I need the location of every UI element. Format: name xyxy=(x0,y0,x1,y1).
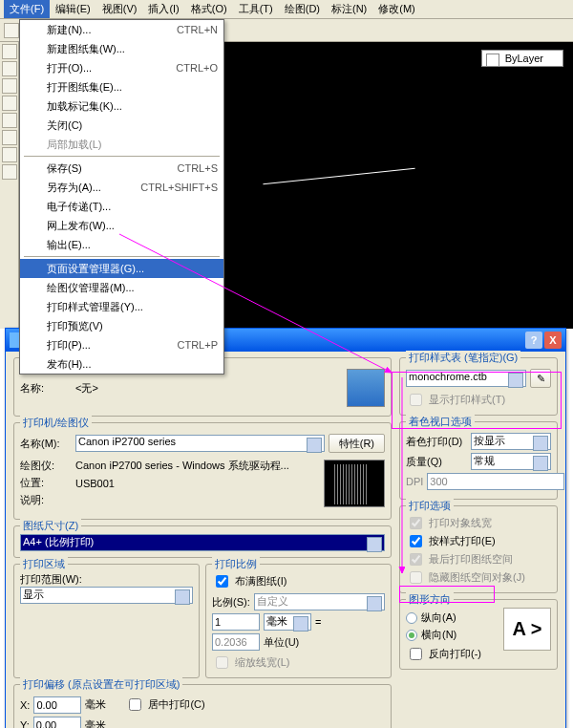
lt-2[interactable] xyxy=(2,61,17,76)
menu-item[interactable]: 打印样式管理器(Y)... xyxy=(20,297,223,316)
group-printer-title: 打印机/绘图仪 xyxy=(20,416,92,430)
shade-label: 着色打印(D) xyxy=(406,435,467,449)
lt-8[interactable] xyxy=(2,164,17,180)
printer-select[interactable]: Canon iP2700 series xyxy=(75,435,325,452)
lt-5[interactable] xyxy=(2,113,17,128)
style-edit-button[interactable]: ✎ xyxy=(530,369,551,388)
left-toolbar xyxy=(0,42,19,329)
desc-label: 说明: xyxy=(20,493,72,507)
menu-3[interactable]: 插入(I) xyxy=(142,0,184,18)
dpi-label: DPI xyxy=(406,476,423,487)
plotter-icon xyxy=(26,280,43,295)
name-value: <无> xyxy=(75,381,343,396)
blank-icon xyxy=(26,237,43,252)
menu-item[interactable]: 页面设置管理器(G)... xyxy=(20,259,223,278)
group-paper: 图纸尺寸(Z) A4+ (比例打印) xyxy=(13,525,392,558)
menu-item[interactable]: 绘图仪管理器(M)... xyxy=(20,278,223,297)
center-label: 居中打印(C) xyxy=(148,697,204,712)
group-area: 打印区域 打印范围(W): 显示 xyxy=(13,564,200,678)
y-input[interactable] xyxy=(33,717,81,728)
menu-item[interactable]: 打开(O)...CTRL+O xyxy=(20,58,223,77)
help-button[interactable]: ? xyxy=(525,332,542,349)
opt3-checkbox xyxy=(410,553,422,566)
quality-label: 质量(Q) xyxy=(406,455,467,469)
lt-1[interactable] xyxy=(2,44,17,59)
menu-8[interactable]: 修改(M) xyxy=(372,0,421,18)
x-label: X: xyxy=(20,699,30,711)
unit-select[interactable]: 毫米 xyxy=(264,613,311,631)
drawing-line xyxy=(263,168,414,185)
menu-item[interactable]: 电子传递(T)... xyxy=(20,197,223,216)
lineweight-checkbox xyxy=(216,656,228,669)
paper-preview xyxy=(324,460,385,507)
group-scale: 打印比例 布满图纸(I) 比例(S):自定义 毫米= 单位(U) 缩放线宽(L) xyxy=(205,564,392,678)
portrait-radio[interactable] xyxy=(406,612,417,624)
group-opts-title: 打印选项 xyxy=(406,499,454,513)
lt-3[interactable] xyxy=(2,78,17,94)
menu-item[interactable]: 打印预览(V) xyxy=(20,316,223,335)
group-printer: 打印机/绘图仪 名称(M): Canon iP2700 series 特性(R)… xyxy=(13,422,392,520)
menu-1[interactable]: 编辑(E) xyxy=(50,0,96,18)
scale-num[interactable] xyxy=(212,613,260,631)
menu-item[interactable]: 输出(E)... xyxy=(20,235,223,254)
plotter-value: Canon iP2700 series - Windows 系统驱动程... xyxy=(75,459,289,473)
menu-0[interactable]: 文件(F) xyxy=(4,0,50,18)
menu-item[interactable]: 发布(H)... xyxy=(20,354,223,374)
location-label: 位置: xyxy=(20,476,72,490)
menu-7[interactable]: 标注(N) xyxy=(326,0,372,18)
new-icon xyxy=(26,41,43,56)
menu-item[interactable]: 新建(N)...CTRL+N xyxy=(20,20,223,39)
opt4-checkbox xyxy=(410,571,422,584)
group-shaded-title: 着色视口选项 xyxy=(406,415,475,429)
menu-5[interactable]: 工具(T) xyxy=(233,0,279,18)
units-input[interactable] xyxy=(212,633,260,651)
opt2-checkbox[interactable] xyxy=(410,535,422,547)
center-checkbox[interactable] xyxy=(129,698,141,711)
group-options: 打印选项 打印对象线宽 按样式打印(E) 最后打印图纸空间 隐藏图纸空间对象(J… xyxy=(399,505,558,593)
landscape-radio[interactable] xyxy=(406,630,417,641)
menu-item[interactable]: 关闭(C) xyxy=(20,116,223,135)
quality-select[interactable]: 常规 xyxy=(471,453,551,470)
tb-new[interactable] xyxy=(4,23,19,38)
lt-4[interactable] xyxy=(2,96,17,111)
units-label: 单位(U) xyxy=(264,635,299,650)
menu-4[interactable]: 格式(O) xyxy=(185,0,233,18)
menu-item[interactable]: 另存为(A)...CTRL+SHIFT+S xyxy=(20,178,223,197)
menu-6[interactable]: 绘图(D) xyxy=(279,0,326,18)
preview-icon xyxy=(26,318,43,333)
fit-checkbox[interactable] xyxy=(216,575,228,588)
menu-2[interactable]: 视图(V) xyxy=(96,0,143,18)
group-offset-title: 打印偏移 (原点设置在可打印区域) xyxy=(20,677,182,692)
page-setup-dialog: 页面设置 - 模型 ? X 页面设置 名称: <无> 打印机/绘图仪 名称(M)… xyxy=(5,328,566,728)
group-orient-title: 图形方向 xyxy=(406,592,454,607)
drawing-canvas[interactable]: ByLayer xyxy=(224,42,573,329)
menu-item[interactable]: 打印(P)...CTRL+P xyxy=(20,335,223,354)
dpi-input xyxy=(427,473,564,490)
flip-checkbox[interactable] xyxy=(410,648,422,660)
group-scale-title: 打印比例 xyxy=(212,557,260,571)
paper-select[interactable]: A4+ (比例打印) xyxy=(20,534,385,551)
page-icon xyxy=(26,261,43,276)
x-input[interactable] xyxy=(33,696,81,714)
close-button[interactable]: X xyxy=(544,332,562,349)
group-style-title: 打印样式表 (笔指定)(G) xyxy=(406,351,520,365)
style-select[interactable]: monochrome.ctb xyxy=(406,370,526,387)
scale-select[interactable]: 自定义 xyxy=(254,593,385,610)
bylayer-control[interactable]: ByLayer xyxy=(481,50,563,67)
range-select[interactable]: 显示 xyxy=(20,587,193,604)
menu-item[interactable]: 加载标记集(K)... xyxy=(20,96,223,116)
menu-item[interactable]: 网上发布(W)... xyxy=(20,216,223,235)
menu-item[interactable]: 打开图纸集(E)... xyxy=(20,77,223,96)
lt-7[interactable] xyxy=(2,147,17,162)
menu-item[interactable]: 保存(S)CTRL+S xyxy=(20,159,223,178)
shade-select[interactable]: 按显示 xyxy=(471,433,551,450)
location-value: USB001 xyxy=(75,478,115,489)
blank-icon xyxy=(26,299,43,314)
group-offset: 打印偏移 (原点设置在可打印区域) X:毫米 居中打印(C) Y:毫米 xyxy=(13,684,392,728)
group-area-title: 打印区域 xyxy=(20,557,68,571)
menu-item[interactable]: 新建图纸集(W)... xyxy=(20,39,223,58)
fit-label: 布满图纸(I) xyxy=(235,574,286,589)
lt-6[interactable] xyxy=(2,130,17,145)
properties-button[interactable]: 特性(R) xyxy=(329,434,385,453)
new-icon xyxy=(26,22,43,37)
